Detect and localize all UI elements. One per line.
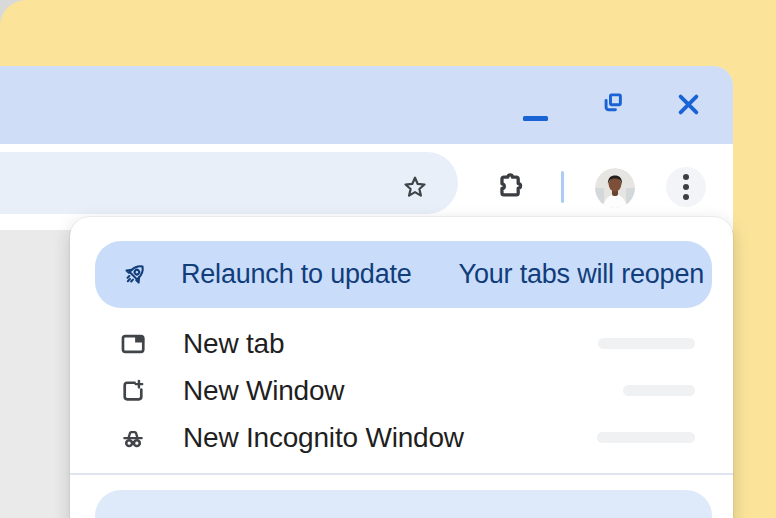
shortcut-placeholder xyxy=(623,385,695,396)
address-bar[interactable] xyxy=(0,152,458,214)
shortcut-placeholder xyxy=(598,338,695,349)
toolbar-divider xyxy=(561,171,564,203)
avatar-photo xyxy=(595,168,635,208)
relaunch-label: Relaunch to update xyxy=(181,259,412,290)
close-button[interactable] xyxy=(675,91,702,118)
menu-item-new-incognito-window[interactable]: New Incognito Window xyxy=(70,414,733,461)
browser-menu-button[interactable] xyxy=(666,167,706,207)
bookmark-button[interactable] xyxy=(401,174,429,202)
relaunch-to-update-banner[interactable]: Relaunch to update Your tabs will reopen xyxy=(95,241,712,308)
restore-icon xyxy=(599,90,626,117)
menu-item-list: New tab New Window xyxy=(70,320,733,461)
tabs-reopen-sublabel: Your tabs will reopen xyxy=(459,259,704,290)
menu-section-divider xyxy=(70,473,733,475)
bookmark-star-icon xyxy=(401,174,429,202)
incognito-icon xyxy=(119,424,147,452)
three-dot-menu-icon xyxy=(683,174,689,180)
rocket-launch-icon xyxy=(120,260,149,289)
extensions-button[interactable] xyxy=(494,169,527,203)
window-titlebar xyxy=(0,66,733,144)
browser-menu-dropdown: Relaunch to update Your tabs will reopen… xyxy=(70,217,733,518)
restore-button[interactable] xyxy=(599,90,626,117)
close-icon xyxy=(675,91,702,118)
next-menu-section-placeholder xyxy=(95,490,712,518)
menu-item-new-tab[interactable]: New tab xyxy=(70,320,733,367)
minimize-button[interactable] xyxy=(523,99,548,123)
shortcut-placeholder xyxy=(597,432,695,443)
new-window-icon xyxy=(119,377,147,405)
minimize-icon xyxy=(523,116,548,121)
menu-item-new-window[interactable]: New Window xyxy=(70,367,733,414)
extensions-puzzle-icon xyxy=(494,169,527,203)
screenshot-stage: Relaunch to update Your tabs will reopen… xyxy=(0,0,776,518)
new-tab-icon xyxy=(119,330,147,358)
profile-avatar[interactable] xyxy=(595,168,635,208)
